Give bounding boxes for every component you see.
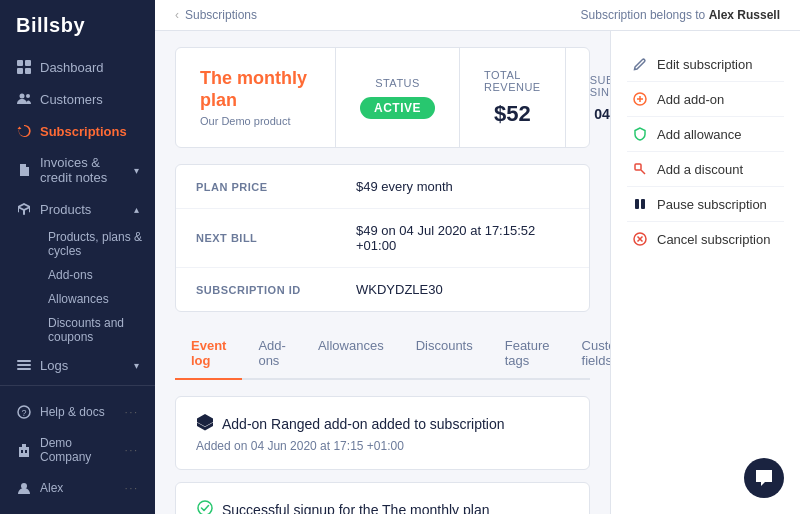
revenue-value: $52: [494, 101, 531, 127]
sidebar-item-customers[interactable]: Customers: [0, 83, 155, 115]
summary-card: The monthly plan Our Demo product Status…: [175, 47, 590, 148]
sidebar-item-user[interactable]: Alex ···: [0, 472, 155, 504]
svg-rect-15: [22, 444, 26, 447]
users-icon: [16, 91, 32, 107]
tab-discounts[interactable]: Discounts: [400, 328, 489, 380]
pause-icon: [631, 195, 649, 213]
box-icon: [16, 201, 32, 217]
info-label-plan-price: PLAN PRICE: [196, 181, 356, 193]
breadcrumb: ‹ Subscriptions: [175, 8, 257, 22]
info-value-next-bill: $49 on 04 Jul 2020 at 17:15:52 +01:00: [356, 223, 569, 253]
svg-rect-3: [25, 68, 31, 74]
sidebar-item-invoices-label: Invoices & credit notes: [40, 155, 126, 185]
layers-icon: [196, 413, 214, 435]
person-icon: [16, 480, 32, 496]
event-signup: Successful signup for the The monthly pl…: [175, 482, 590, 514]
tab-add-ons[interactable]: Add-ons: [242, 328, 301, 380]
action-cancel[interactable]: Cancel subscription: [627, 222, 784, 256]
sidebar-item-discounts[interactable]: Discounts and coupons: [40, 311, 155, 349]
info-label-sub-id: SUBSCRIPTION ID: [196, 284, 356, 296]
sidebar-item-products-label: Products: [40, 202, 91, 217]
sidebar-item-discounts-label: Discounts and coupons: [48, 316, 147, 344]
tab-custom-fields[interactable]: Custom fields: [566, 328, 610, 380]
svg-rect-14: [19, 447, 29, 457]
sidebar-item-allowances-label: Allowances: [48, 292, 109, 306]
event-addon-meta: Added on 04 Jun 2020 at 17:15 +01:00: [196, 439, 569, 453]
action-add-addon[interactable]: Add add-on: [627, 82, 784, 117]
sidebar-item-invoices[interactable]: Invoices & credit notes ▾: [0, 147, 155, 193]
content-area: The monthly plan Our Demo product Status…: [155, 31, 610, 514]
x-circle-icon: [631, 230, 649, 248]
plan-product: Our Demo product: [200, 115, 311, 127]
svg-rect-8: [17, 368, 31, 370]
status-badge: ACTIVE: [360, 97, 435, 119]
action-edit[interactable]: Edit subscription: [627, 47, 784, 82]
svg-rect-22: [635, 199, 639, 209]
sidebar-item-customers-label: Customers: [40, 92, 103, 107]
info-row-plan-price: PLAN PRICE $49 every month: [176, 165, 589, 209]
action-add-discount-label: Add a discount: [657, 162, 743, 177]
sidebar-item-products[interactable]: Products ▴: [0, 193, 155, 225]
action-add-discount[interactable]: Add a discount: [627, 152, 784, 187]
info-table: PLAN PRICE $49 every month NEXT BILL $49…: [175, 164, 590, 312]
products-submenu: Products, plans & cycles Add-ons Allowan…: [0, 225, 155, 349]
owner-info: Subscription belongs to Alex Russell: [581, 8, 780, 22]
status-label: Status: [375, 77, 420, 89]
action-add-allowance[interactable]: Add allowance: [627, 117, 784, 152]
plan-title: The monthly plan: [200, 68, 311, 111]
file-icon: [16, 162, 32, 178]
sidebar-item-products-plans[interactable]: Products, plans & cycles: [40, 225, 155, 263]
chat-button[interactable]: [744, 458, 784, 498]
shield-icon: [631, 125, 649, 143]
chevron-down-icon: ▾: [134, 165, 139, 176]
sidebar-item-help-label: Help & docs: [40, 405, 105, 419]
revenue-label: Total Revenue: [484, 69, 541, 93]
sidebar: Billsby Dashboard Customers Subscription…: [0, 0, 155, 514]
grid-icon: [16, 59, 32, 75]
action-add-addon-label: Add add-on: [657, 92, 724, 107]
action-add-allowance-label: Add allowance: [657, 127, 742, 142]
sidebar-item-subscriptions[interactable]: Subscriptions: [0, 115, 155, 147]
sidebar-item-logs-label: Logs: [40, 358, 68, 373]
sidebar-bottom: ? Help & docs ··· Demo Company ··· Alex …: [0, 385, 155, 514]
tab-event-log[interactable]: Event log: [175, 328, 242, 380]
action-pause[interactable]: Pause subscription: [627, 187, 784, 222]
refresh-icon: [16, 123, 32, 139]
plan-info: The monthly plan Our Demo product: [176, 48, 336, 147]
question-icon: ?: [16, 404, 32, 420]
tag-icon: [631, 160, 649, 178]
revenue-stat: Total Revenue $52: [460, 48, 566, 147]
svg-point-4: [20, 94, 25, 99]
sidebar-item-dashboard[interactable]: Dashboard: [0, 51, 155, 83]
app-logo: Billsby: [0, 0, 155, 51]
pencil-icon: [631, 55, 649, 73]
svg-point-5: [26, 94, 30, 98]
event-addon-title: Add-on Ranged add-on added to subscripti…: [196, 413, 569, 435]
check-circle-icon: [196, 499, 214, 514]
info-value-sub-id: WKDYDZLE30: [356, 282, 443, 297]
svg-rect-17: [25, 450, 27, 453]
since-label: Subscription since: [590, 74, 610, 98]
svg-rect-7: [17, 364, 31, 366]
sidebar-item-help[interactable]: ? Help & docs ···: [0, 396, 155, 428]
info-label-next-bill: NEXT BILL: [196, 232, 356, 244]
svg-rect-6: [17, 360, 31, 362]
svg-rect-0: [17, 60, 23, 66]
topbar: ‹ Subscriptions Subscription belongs to …: [155, 0, 800, 31]
sidebar-item-company-label: Demo Company: [40, 436, 117, 464]
svg-text:?: ?: [21, 408, 26, 418]
sidebar-item-company[interactable]: Demo Company ···: [0, 428, 155, 472]
sidebar-item-logs[interactable]: Logs ▾: [0, 349, 155, 381]
sidebar-item-allowances[interactable]: Allowances: [40, 287, 155, 311]
actions-panel: Edit subscription Add add-on Add allowan…: [610, 31, 800, 514]
event-tabs: Event log Add-ons Allowances Discounts F…: [175, 328, 590, 380]
main-content: ‹ Subscriptions Subscription belongs to …: [155, 0, 800, 514]
owner-prefix: Subscription belongs to: [581, 8, 706, 22]
tab-feature-tags[interactable]: Feature tags: [489, 328, 566, 380]
sidebar-item-addons[interactable]: Add-ons: [40, 263, 155, 287]
breadcrumb-link[interactable]: Subscriptions: [185, 8, 257, 22]
tab-allowances[interactable]: Allowances: [302, 328, 400, 380]
svg-rect-2: [17, 68, 23, 74]
svg-rect-23: [641, 199, 645, 209]
sidebar-item-dashboard-label: Dashboard: [40, 60, 104, 75]
